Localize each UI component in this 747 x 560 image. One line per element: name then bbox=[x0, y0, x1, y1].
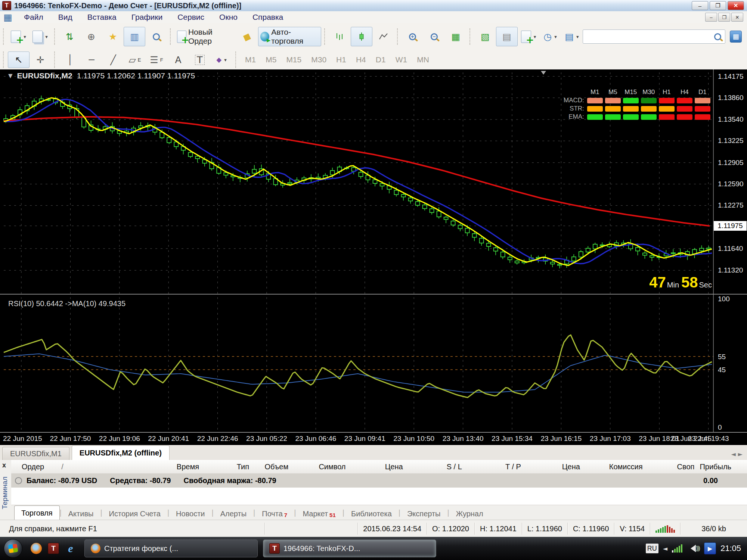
tab-scroll-left-icon[interactable]: ◄ bbox=[731, 451, 735, 458]
profiles-button[interactable]: ▾ bbox=[30, 27, 51, 46]
timeframe-button-d1[interactable]: D1 bbox=[371, 52, 391, 68]
menu-item-5[interactable]: Окно bbox=[212, 13, 245, 22]
minimize-button[interactable]: – bbox=[692, 1, 708, 10]
arrows-button[interactable]: ◆ ▾ bbox=[211, 52, 232, 68]
strategy-tester-button[interactable] bbox=[145, 27, 167, 46]
periods-button[interactable]: ▤ bbox=[496, 27, 518, 46]
autotrading-button[interactable]: Авто-торговля bbox=[258, 27, 321, 46]
column-header-2[interactable]: Тип bbox=[204, 463, 254, 471]
terminal-close-button[interactable]: x bbox=[2, 461, 6, 469]
tile-windows-button[interactable]: ▦ bbox=[445, 27, 467, 46]
candlestick-button[interactable] bbox=[351, 27, 372, 46]
media-tray-icon[interactable]: ▶ bbox=[704, 542, 716, 554]
terminal-tab-1[interactable]: Активы bbox=[62, 507, 100, 520]
terminal-tab-0[interactable]: Торговля bbox=[14, 505, 60, 520]
restore-button[interactable]: ❐ bbox=[710, 1, 726, 10]
column-header-8[interactable]: Цена bbox=[526, 463, 585, 471]
terminal-tab-3[interactable]: Новости bbox=[169, 507, 211, 520]
quicklaunch-firefox[interactable] bbox=[30, 542, 43, 555]
fibonacci-button[interactable]: ☰ F bbox=[146, 52, 167, 68]
search-icon[interactable] bbox=[714, 33, 721, 40]
navigator-button[interactable]: ★ bbox=[102, 27, 124, 46]
templates-button[interactable]: + ▾ bbox=[518, 27, 539, 46]
new-chart-button[interactable]: + ▾ bbox=[8, 27, 30, 46]
bar-chart-button[interactable] bbox=[329, 27, 351, 46]
menu-item-6[interactable]: Справка bbox=[245, 13, 291, 22]
taskbar-item-browser[interactable]: Стратегия форекс (... bbox=[84, 539, 258, 557]
timeframe-button-mn[interactable]: MN bbox=[412, 52, 434, 68]
column-header-1[interactable]: Время bbox=[145, 463, 204, 471]
quicklaunch-terminal[interactable]: T bbox=[47, 542, 60, 555]
mdi-close-button[interactable]: ✕ bbox=[731, 13, 743, 22]
crosshair-button[interactable]: ✛ bbox=[30, 52, 51, 68]
column-header-10[interactable]: Своп bbox=[648, 463, 700, 471]
help-panel-icon[interactable]: ▦ bbox=[730, 31, 742, 43]
start-button[interactable] bbox=[4, 539, 22, 558]
terminal-tab-4[interactable]: Алерты bbox=[214, 507, 253, 520]
orders-table-body[interactable] bbox=[11, 488, 747, 505]
column-header-7[interactable]: T / P bbox=[467, 463, 526, 471]
timeframe-button-h4[interactable]: H4 bbox=[351, 52, 371, 68]
column-header-3[interactable]: Объем bbox=[254, 463, 294, 471]
network-icon[interactable] bbox=[672, 544, 682, 553]
close-button[interactable]: ✕ bbox=[728, 1, 744, 10]
line-chart-button[interactable] bbox=[372, 27, 394, 46]
terminal-tab-7[interactable]: Библиотека bbox=[344, 507, 399, 520]
quicklaunch-ie[interactable]: e bbox=[64, 542, 77, 555]
timeframe-button-m15[interactable]: M15 bbox=[281, 52, 306, 68]
timeframe-button-m5[interactable]: M5 bbox=[261, 52, 281, 68]
matrix-cell bbox=[695, 98, 710, 103]
column-header-0[interactable]: Ордер/ bbox=[11, 463, 145, 471]
orders-table-header[interactable]: Ордер/ВремяТипОбъемСимволЦенаS / LT / PЦ… bbox=[11, 460, 747, 474]
zoom-in-button[interactable]: + bbox=[402, 27, 423, 46]
timeframe-button-m1[interactable]: M1 bbox=[240, 52, 261, 68]
menu-item-3[interactable]: Графики bbox=[124, 13, 170, 22]
channel-button[interactable]: ▱ E bbox=[124, 52, 146, 68]
taskbar-item-terminal[interactable]: T 1964966: TenkoFX-D... bbox=[263, 539, 436, 557]
mdi-minimize-button[interactable]: – bbox=[705, 13, 717, 22]
search-input[interactable] bbox=[587, 32, 711, 41]
column-header-9[interactable]: Комиссия bbox=[585, 463, 648, 471]
text-label-button[interactable]: T bbox=[189, 52, 211, 68]
vertical-line-button[interactable]: │ bbox=[59, 52, 81, 68]
trendline-button[interactable]: ╱ bbox=[102, 52, 124, 68]
chart-tab-1[interactable]: EURUSDfix,M2 (offline) bbox=[72, 445, 170, 460]
new-order-button[interactable]: + Новый Ордер bbox=[175, 27, 236, 46]
timer-minutes: 47 bbox=[649, 274, 666, 291]
market-watch-button[interactable]: ⇅ bbox=[59, 27, 80, 46]
tab-scroll-right-icon[interactable]: ► bbox=[738, 451, 743, 458]
menu-item-0[interactable]: Файл bbox=[16, 13, 51, 22]
column-header-6[interactable]: S / L bbox=[408, 463, 467, 471]
timeframe-button-m30[interactable]: M30 bbox=[306, 52, 331, 68]
timeframe-button-w1[interactable]: W1 bbox=[391, 52, 412, 68]
zoom-out-button[interactable]: − bbox=[423, 27, 445, 46]
chevron-down-icon[interactable]: ▼ bbox=[8, 72, 13, 79]
data-window-button[interactable]: ⊕ bbox=[80, 27, 102, 46]
column-header-11[interactable]: Прибыль bbox=[700, 463, 747, 471]
horizontal-line-button[interactable]: ─ bbox=[81, 52, 102, 68]
chart-properties-button[interactable]: ▤ ▾ bbox=[561, 27, 583, 46]
menu-item-1[interactable]: Вид bbox=[51, 13, 80, 22]
timeframe-button-h1[interactable]: H1 bbox=[331, 52, 351, 68]
column-header-4[interactable]: Символ bbox=[294, 463, 351, 471]
terminal-tab-6[interactable]: Маркет51 bbox=[296, 507, 342, 520]
history-center-button[interactable]: ◷ ▾ bbox=[539, 27, 561, 46]
column-header-5[interactable]: Цена bbox=[351, 463, 408, 471]
chart-tab-0[interactable]: EURUSDfix,M1 bbox=[2, 447, 69, 460]
chart-area[interactable]: ▼ EURUSDfix,M2 1.11975 1.12062 1.11907 1… bbox=[0, 69, 747, 445]
indicators-button[interactable]: ▧ bbox=[474, 27, 496, 46]
volume-icon[interactable]: ))) bbox=[687, 545, 700, 552]
metaeditor-button[interactable]: ◆ bbox=[236, 27, 258, 46]
terminal-tab-2[interactable]: История Счета bbox=[102, 507, 167, 520]
menu-item-4[interactable]: Сервис bbox=[170, 13, 212, 22]
terminal-tab-5[interactable]: Почта7 bbox=[255, 507, 294, 520]
tray-expand-icon[interactable]: ◄ bbox=[663, 545, 667, 552]
cursor-button[interactable]: ↖ bbox=[8, 52, 30, 68]
mdi-restore-button[interactable]: ❐ bbox=[718, 13, 730, 22]
language-indicator[interactable]: RU bbox=[646, 544, 658, 553]
terminal-tab-9[interactable]: Журнал bbox=[449, 507, 490, 520]
text-button[interactable]: A bbox=[167, 52, 189, 68]
menu-item-2[interactable]: Вставка bbox=[80, 13, 124, 22]
terminal-tab-8[interactable]: Эксперты bbox=[400, 507, 447, 520]
terminal-button[interactable]: ▥ bbox=[124, 27, 145, 46]
